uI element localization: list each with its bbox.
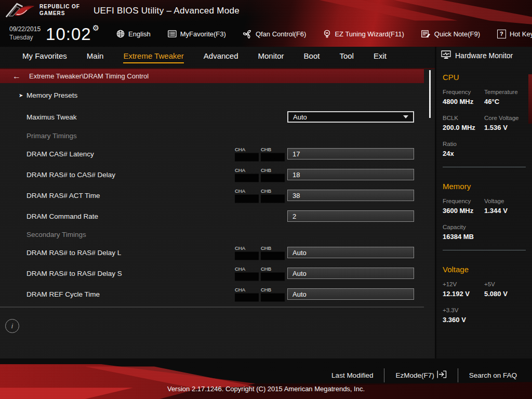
channel-status: CHACHB	[235, 245, 287, 260]
brand-text: REPUBLIC OF GAMERS	[39, 4, 80, 17]
uefi-bios-screen: REPUBLIC OF GAMERS UEFI BIOS Utility – A…	[0, 0, 532, 399]
maximus-tweak-dropdown[interactable]: Auto	[287, 111, 414, 123]
tab-extreme-tweaker[interactable]: Extreme Tweaker	[113, 51, 193, 63]
date-display: 09/22/2015 Tuesday	[9, 25, 41, 42]
channel-box-chb	[261, 195, 285, 203]
channel-status: CHACHB	[235, 167, 287, 182]
toolbar-hot-keys[interactable]: ?Hot Keys	[497, 30, 532, 38]
toolbar: 09/22/2015 Tuesday 10:02⚙ EnglishMyFavor…	[0, 21, 532, 47]
settings-rows: ➤Memory PresetsMaximus TweakAutoPrimary …	[0, 84, 424, 304]
time-display: 10:02⚙	[46, 23, 100, 44]
hw-section-cpu: CPUFrequency4800 MHzTemperature46°CBCLK2…	[436, 64, 532, 157]
row-maximus-tweak: Maximus TweakAuto	[0, 106, 424, 128]
row-dram-cas-latency: DRAM CAS# LatencyCHACHB17	[0, 143, 424, 164]
channel-status: CHACHB	[235, 188, 287, 203]
sidebar-red-accent	[528, 74, 532, 124]
dram-ras-to-cas-delay-input[interactable]: 18	[287, 169, 414, 180]
row-memory-presets[interactable]: ➤Memory Presets	[0, 84, 424, 106]
tab-advanced[interactable]: Advanced	[194, 51, 248, 63]
hardware-monitor-header: Hardware Monitor	[436, 47, 532, 64]
row-dram-ras-to-cas-delay: DRAM RAS# to CAS# DelayCHACHB18	[0, 164, 424, 185]
hw-section-memory: MemoryFrequency3600 MHzVoltage1.344 VCap…	[436, 174, 532, 241]
tab-boot[interactable]: Boot	[294, 51, 330, 63]
dram-ras-act-time-input[interactable]: 38	[287, 190, 414, 201]
toolbar-ez-tuning-wizard-f11[interactable]: EZ Tuning Wizard(F11)	[323, 30, 404, 38]
tab-my-favorites[interactable]: My Favorites	[12, 51, 77, 63]
channel-status: CHACHB	[235, 287, 287, 302]
page-title: UEFI BIOS Utility – Advanced Mode	[94, 0, 240, 21]
back-arrow-icon[interactable]: ←	[12, 72, 21, 81]
main-menu: My FavoritesMainExtreme TweakerAdvancedM…	[0, 47, 435, 69]
tab-tool[interactable]: Tool	[329, 51, 364, 63]
ezmode-exit-icon	[437, 370, 447, 380]
toolbar-myfavorite-f3[interactable]: MyFavorite(F3)	[168, 30, 226, 38]
row-dram-ras-act-time: DRAM RAS# ACT TimeCHACHB38	[0, 185, 424, 206]
rog-logo-icon	[5, 2, 35, 21]
info-icon[interactable]: i	[5, 319, 19, 333]
fan-icon	[243, 30, 252, 38]
search-on-faq-button[interactable]: Search on FAQ	[458, 371, 528, 379]
footer-action-bar: Last Modified EzMode(F7) Search on FAQ	[321, 367, 528, 383]
tab-monitor[interactable]: Monitor	[248, 51, 294, 63]
hw-section-voltage: Voltage+12V12.192 V+5V5.080 V+3.3V3.360 …	[436, 257, 532, 324]
channel-box-cha	[235, 153, 259, 162]
dram-ras-to-ras-delay-l-input[interactable]: Auto	[287, 247, 414, 258]
hardware-monitor-sections: CPUFrequency4800 MHzTemperature46°CBCLK2…	[436, 64, 532, 324]
content-divider	[0, 307, 424, 308]
row-dram-ras-to-ras-delay-s: DRAM RAS# to RAS# Delay SCHACHBAuto	[0, 263, 424, 284]
dram-ref-cycle-time-input[interactable]: Auto	[287, 288, 414, 300]
channel-box-chb	[261, 273, 285, 281]
globe-icon	[116, 30, 125, 38]
settings-panel: ← Extreme Tweaker\DRAM Timing Control ➤M…	[0, 69, 435, 368]
channel-status: CHACHB	[235, 147, 287, 162]
clock: 09/22/2015 Tuesday 10:02⚙	[0, 23, 100, 44]
header: REPUBLIC OF GAMERS UEFI BIOS Utility – A…	[0, 0, 532, 47]
section-divider	[443, 167, 526, 167]
channel-box-chb	[261, 174, 285, 182]
note-icon	[421, 30, 431, 38]
tab-main[interactable]: Main	[77, 51, 114, 63]
footer: Last Modified EzMode(F7) Search on FAQ V…	[0, 358, 532, 399]
top-bar: REPUBLIC OF GAMERS UEFI BIOS Utility – A…	[0, 0, 532, 21]
scrollbar-thumb[interactable]	[429, 70, 431, 118]
tab-exit[interactable]: Exit	[364, 51, 396, 63]
version-text: Version 2.17.1246. Copyright (C) 2015 Am…	[0, 385, 532, 393]
row-dram-command-rate: DRAM Command Rate2	[0, 206, 424, 227]
toolbar-items: EnglishMyFavorite(F3)Qfan Control(F6)EZ …	[116, 30, 532, 38]
channel-box-cha	[235, 273, 259, 281]
monitor-icon	[441, 50, 451, 61]
submenu-arrow-icon: ➤	[19, 92, 23, 98]
toolbar-qfan-control-f6[interactable]: Qfan Control(F6)	[243, 30, 307, 38]
row-dram-ras-to-ras-delay-l: DRAM RAS# to RAS# Delay LCHACHBAuto	[0, 242, 424, 263]
section-divider	[443, 250, 526, 250]
channel-box-cha	[235, 195, 259, 203]
breadcrumb: Extreme Tweaker\DRAM Timing Control	[29, 72, 149, 80]
toolbar-quick-note-f9[interactable]: Quick Note(F9)	[421, 30, 480, 38]
gear-icon[interactable]: ⚙	[92, 23, 100, 32]
last-modified-button[interactable]: Last Modified	[321, 371, 384, 379]
toolbar-english[interactable]: English	[116, 30, 151, 38]
channel-box-cha	[235, 294, 259, 302]
hardware-monitor-panel: Hardware Monitor CPUFrequency4800 MHzTem…	[435, 47, 532, 358]
section-secondary-timings: Secondary Timings	[0, 227, 424, 242]
ezmode-button[interactable]: EzMode(F7)	[384, 370, 457, 380]
channel-status: CHACHB	[235, 266, 287, 281]
channel-box-cha	[235, 174, 259, 182]
question-icon: ?	[497, 30, 506, 38]
dram-cas-latency-input[interactable]: 17	[287, 148, 414, 159]
channel-box-cha	[235, 252, 259, 260]
row-dram-ref-cycle-time: DRAM REF Cycle TimeCHACHBAuto	[0, 284, 424, 304]
favorites-list-icon	[168, 30, 177, 37]
chevron-down-icon	[403, 115, 408, 118]
channel-box-chb	[261, 294, 285, 302]
dram-command-rate-input[interactable]: 2	[287, 210, 414, 222]
wizard-bulb-icon	[323, 30, 331, 38]
breadcrumb-bar: ← Extreme Tweaker\DRAM Timing Control	[0, 69, 424, 83]
dram-ras-to-ras-delay-s-input[interactable]: Auto	[287, 268, 414, 279]
section-primary-timings: Primary Timings	[0, 128, 424, 143]
channel-box-chb	[261, 153, 285, 162]
channel-box-chb	[261, 252, 285, 260]
